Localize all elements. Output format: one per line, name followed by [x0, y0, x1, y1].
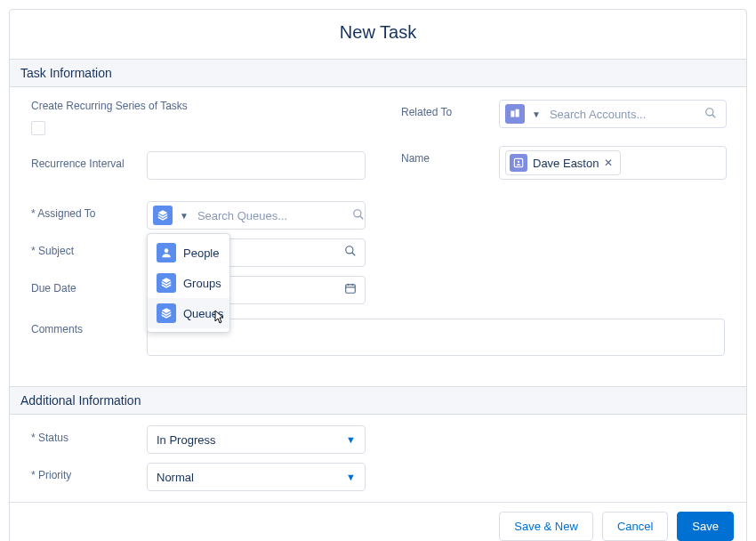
related-to-input[interactable]: [548, 107, 701, 122]
priority-value: Normal: [157, 471, 194, 484]
additional-information-body: * Status In Progress ▼ * Priority Normal…: [10, 415, 746, 502]
layers-icon: [157, 303, 176, 323]
pill-label: Dave Easton: [533, 157, 599, 170]
svg-line-12: [712, 114, 716, 117]
right-column: Related To ▼: [401, 100, 727, 313]
left-column: Create Recurring Series of Tasks Recurre…: [31, 100, 366, 313]
layers-icon: [157, 273, 176, 293]
dropdown-label: Queues: [183, 307, 224, 320]
save-button[interactable]: Save: [677, 512, 734, 541]
svg-line-4: [352, 253, 356, 256]
chevron-down-icon: ▼: [346, 434, 356, 445]
label-recurrence-interval: Recurrence Interval: [31, 151, 147, 170]
label-name: Name: [401, 146, 499, 165]
priority-select[interactable]: Normal ▼: [147, 463, 366, 491]
save-and-new-button[interactable]: Save & New: [499, 512, 593, 541]
assigned-to-input[interactable]: [196, 208, 349, 223]
chevron-down-icon: ▼: [346, 472, 356, 482]
modal-footer: Save & New Cancel Save: [10, 502, 746, 541]
name-lookup[interactable]: Dave Easton ✕: [499, 146, 727, 180]
person-icon: [157, 243, 176, 262]
modal-title: New Task: [10, 10, 746, 59]
svg-point-2: [165, 248, 169, 253]
new-task-modal: New Task Task Information Create Recurri…: [9, 9, 747, 541]
label-recurring: Create Recurring Series of Tasks: [31, 100, 188, 112]
assigned-to-lookup[interactable]: ▼: [147, 201, 366, 230]
type-switcher-caret[interactable]: ▼: [528, 109, 544, 119]
svg-point-3: [346, 246, 353, 254]
dropdown-label: People: [183, 246, 219, 260]
label-subject: * Subject: [31, 238, 147, 257]
svg-point-0: [354, 209, 361, 216]
contact-icon: [510, 154, 527, 172]
label-assigned-to: * Assigned To: [31, 201, 147, 220]
section-task-information: Task Information: [10, 59, 746, 87]
svg-point-14: [518, 161, 519, 163]
dropdown-label: Groups: [183, 277, 221, 290]
dropdown-item-queues[interactable]: Queues: [148, 298, 229, 328]
layers-icon: [153, 206, 173, 225]
svg-line-1: [360, 215, 364, 219]
label-comments: Comments: [31, 317, 147, 335]
search-icon: [704, 107, 720, 122]
type-switcher-caret[interactable]: ▼: [176, 211, 192, 221]
recurring-checkbox[interactable]: [31, 121, 45, 135]
recurrence-interval-input[interactable]: [147, 151, 366, 180]
search-icon: [352, 208, 368, 223]
cancel-button[interactable]: Cancel: [602, 512, 668, 541]
status-select[interactable]: In Progress ▼: [147, 425, 366, 454]
svg-rect-5: [346, 285, 356, 293]
label-priority: * Priority: [31, 463, 147, 481]
label-status: * Status: [31, 425, 147, 444]
dropdown-item-people[interactable]: People: [148, 238, 229, 268]
section-additional-information: Additional Information: [10, 386, 746, 415]
dropdown-item-groups[interactable]: Groups: [148, 268, 229, 298]
account-icon: [505, 104, 525, 124]
related-to-lookup[interactable]: ▼: [499, 100, 727, 128]
svg-point-11: [706, 108, 713, 115]
comments-input[interactable]: [147, 319, 725, 356]
assigned-to-type-dropdown: People Groups Queues: [147, 233, 230, 333]
label-due-date: Due Date: [31, 276, 147, 295]
svg-rect-9: [511, 111, 514, 117]
remove-pill-icon[interactable]: ✕: [604, 157, 613, 169]
task-information-body: Create Recurring Series of Tasks Recurre…: [10, 87, 746, 386]
search-icon[interactable]: [344, 245, 357, 260]
label-related-to: Related To: [401, 100, 499, 118]
svg-rect-10: [516, 109, 519, 117]
calendar-icon[interactable]: [344, 282, 357, 297]
name-pill: Dave Easton ✕: [505, 150, 621, 175]
status-value: In Progress: [157, 433, 215, 447]
